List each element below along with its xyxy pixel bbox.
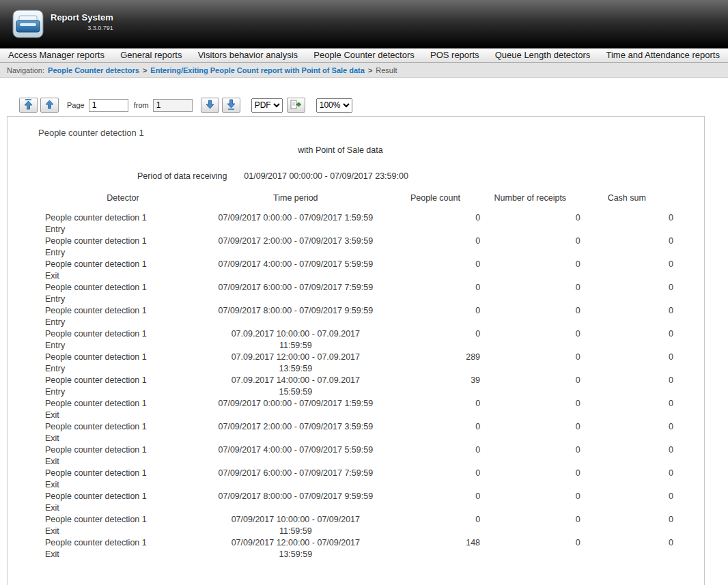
detector-name: People counter detection 1	[45, 468, 201, 479]
people-count-cell: 148	[391, 537, 480, 560]
people-count-cell: 0	[391, 282, 480, 305]
report-subtitle: with Point of Sale data	[8, 145, 673, 155]
table-row: People counter detection 1 Exit 07/09/20…	[8, 537, 673, 560]
detector-name: People counter detection 1	[45, 398, 201, 410]
arrow-up-bar-icon	[24, 99, 33, 112]
table-row: People counter detection 1 Exit 07/09/20…	[8, 491, 673, 514]
table-row: People counter detection 1 Exit 07/09/20…	[8, 259, 673, 282]
people-count-cell: 0	[391, 398, 480, 421]
report-toolbar: Page from PDF 100%	[19, 97, 728, 113]
detector-name: People counter detection 1	[45, 491, 201, 502]
table-row: People counter detection 1 Exit 07/09/20…	[8, 468, 673, 491]
breadcrumb-link-report[interactable]: Entering/Exiting People Count report wit…	[150, 66, 365, 74]
receipts-count-cell: 0	[480, 444, 580, 468]
app-window: Report System 3.3.0.791 Access Manager r…	[0, 0, 728, 585]
time-period-cell: 07/09/2017 8:00:00 - 07/09/2017 9:59:59	[201, 305, 391, 328]
time-period-cell: 07.09.2017 14:00:00 - 07.09.2017 15:59:5…	[201, 375, 391, 398]
export-format-select[interactable]: PDF	[251, 98, 283, 113]
detector-direction: Exit	[45, 526, 201, 537]
detector-name: People counter detection 1	[45, 352, 201, 363]
detector-name: People counter detection 1	[45, 236, 201, 247]
app-title: Report System	[51, 12, 113, 23]
receipts-count-cell: 0	[480, 421, 580, 444]
page-input[interactable]	[89, 99, 128, 112]
detector-name: People counter detection 1	[45, 328, 201, 340]
menu-item[interactable]: People Counter detectors	[311, 48, 417, 62]
breadcrumb-current: Result	[376, 66, 397, 74]
table-header-row: Detector Time period People count Number…	[8, 193, 673, 212]
receipts-count-cell: 0	[480, 282, 580, 305]
cash-sum-cell: 0	[580, 259, 673, 282]
cash-sum-cell: 0	[580, 398, 673, 421]
menu-item[interactable]: Visitors behavior analysis	[195, 48, 300, 62]
time-period-cell: 07/09/2017 4:00:00 - 07/09/2017 5:59:59	[201, 444, 391, 468]
cash-sum-cell: 0	[580, 421, 673, 444]
table-row: People counter detection 1 Entry 07.09.2…	[8, 328, 673, 352]
cash-sum-cell: 0	[580, 444, 673, 468]
breadcrumb-separator: >	[143, 66, 147, 74]
menu-item[interactable]: Access Manager reports	[5, 48, 107, 62]
detector-name: People counter detection 1	[45, 375, 201, 386]
people-count-cell: 0	[391, 259, 480, 282]
previous-page-button[interactable]	[40, 98, 59, 113]
detector-name: People counter detection 1	[45, 444, 201, 456]
app-version: 3.3.0.791	[51, 25, 113, 31]
time-period-cell: 07.09.2017 12:00:00 - 07.09.2017 13:59:5…	[201, 352, 391, 375]
zoom-select[interactable]: 100%	[316, 98, 352, 113]
menu-item[interactable]: POS reports	[428, 48, 482, 62]
table-row: People counter detection 1 Entry 07/09/2…	[8, 212, 673, 236]
receipts-count-cell: 0	[480, 514, 580, 537]
time-period-cell: 07/09/2017 6:00:00 - 07/09/2017 7:59:59	[201, 282, 391, 305]
total-pages-input[interactable]	[153, 99, 193, 112]
detector-direction: Entry	[45, 340, 201, 352]
breadcrumb: Navigation: People Counter detectors > E…	[0, 63, 728, 78]
cash-sum-cell: 0	[580, 514, 673, 537]
receipts-count-cell: 0	[480, 468, 580, 491]
cash-sum-cell: 0	[580, 468, 673, 491]
table-row: People counter detection 1 Entry 07/09/2…	[8, 282, 673, 305]
table-row: People counter detection 1 Entry 07/09/2…	[8, 305, 673, 328]
detector-direction: Entry	[45, 294, 201, 305]
arrow-down-icon	[206, 100, 214, 111]
time-period-cell: 07/09/2017 8:00:00 - 07/09/2017 9:59:59	[201, 491, 391, 514]
cash-sum-cell: 0	[580, 212, 673, 236]
report-content: People counter detection 1 with Point of…	[8, 128, 673, 560]
last-page-button[interactable]	[222, 98, 240, 113]
next-page-button[interactable]	[201, 98, 219, 113]
cash-sum-cell: 0	[580, 352, 673, 375]
receipts-count-cell: 0	[480, 305, 580, 328]
detector-direction: Exit	[45, 549, 201, 560]
export-document-icon	[290, 100, 301, 111]
time-period-cell: 07.09.2017 10:00:00 - 07.09.2017 11:59:5…	[201, 328, 391, 352]
detector-direction: Exit	[45, 433, 201, 444]
from-label: from	[134, 101, 149, 109]
breadcrumb-link-people-counter-detectors[interactable]: People Counter detectors	[48, 66, 139, 74]
cash-sum-cell: 0	[580, 328, 673, 352]
receipts-count-cell: 0	[480, 212, 580, 236]
time-period-cell: 07/09/2017 0:00:00 - 07/09/2017 1:59:59	[201, 212, 391, 236]
app-title-block: Report System 3.3.0.791	[51, 11, 113, 31]
first-page-button[interactable]	[19, 98, 38, 113]
people-count-cell: 289	[391, 352, 480, 375]
table-row: People counter detection 1 Exit 07/09/20…	[8, 444, 673, 468]
people-count-cell: 0	[391, 421, 480, 444]
detector-direction: Entry	[45, 386, 201, 398]
report-table: Detector Time period People count Number…	[8, 193, 673, 560]
people-count-cell: 0	[391, 328, 480, 352]
menu-item[interactable]: Queue Length detectors	[492, 48, 593, 62]
receipts-count-cell: 0	[480, 259, 580, 282]
cash-sum-cell: 0	[580, 537, 673, 560]
cash-sum-cell: 0	[580, 236, 673, 259]
people-count-cell: 0	[391, 468, 480, 491]
arrow-up-icon	[45, 100, 54, 111]
cash-sum-cell: 0	[580, 491, 673, 514]
menu-item[interactable]: Time and Attendance reports	[603, 48, 722, 62]
people-count-cell: 0	[391, 514, 480, 537]
receipts-count-cell: 0	[480, 398, 580, 421]
detector-name: People counter detection 1	[45, 421, 201, 433]
menu-item[interactable]: General reports	[117, 48, 184, 62]
export-button[interactable]	[287, 98, 305, 113]
table-row: People counter detection 1 Entry 07.09.2…	[8, 375, 673, 398]
period-row: Period of data receiving 01/09/2017 00:0…	[8, 171, 673, 181]
detector-direction: Exit	[45, 270, 201, 282]
